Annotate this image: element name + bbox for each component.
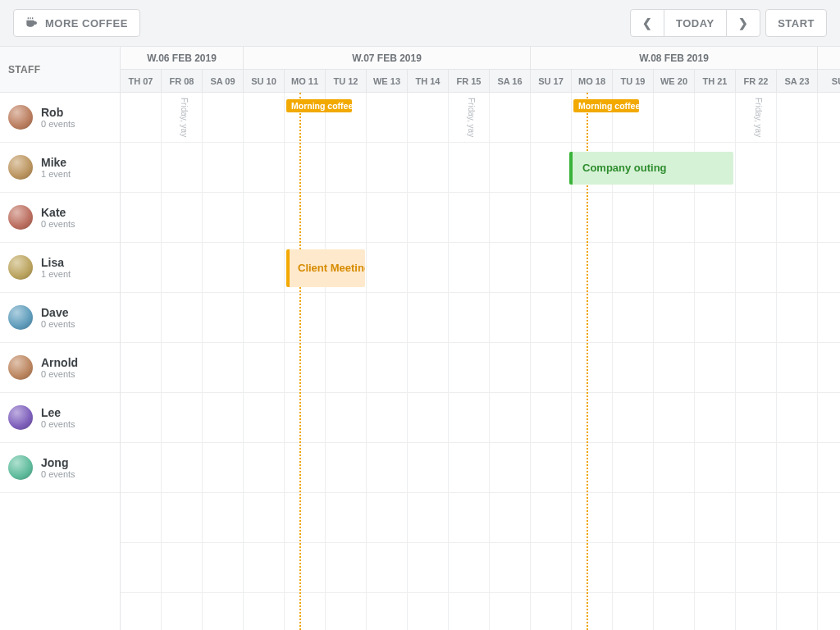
day-header-cell[interactable]: FR 08 — [162, 70, 203, 92]
grid-cell[interactable] — [572, 243, 613, 293]
day-header-cell[interactable]: MO 11 — [285, 70, 326, 92]
grid-cell[interactable] — [408, 193, 449, 243]
grid-cell[interactable] — [572, 443, 613, 493]
grid-cell[interactable] — [244, 393, 285, 443]
grid-cell[interactable] — [777, 393, 818, 443]
grid-cell[interactable] — [654, 343, 695, 393]
grid-cell[interactable] — [121, 593, 162, 630]
grid-cell[interactable] — [121, 93, 162, 143]
grid-cell[interactable] — [490, 593, 531, 630]
grid-cell[interactable] — [695, 93, 736, 143]
grid-cell[interactable] — [531, 393, 572, 443]
grid-cell[interactable] — [203, 393, 244, 443]
grid-cell[interactable] — [613, 393, 654, 443]
grid-cell[interactable] — [449, 393, 490, 443]
grid-cell[interactable] — [244, 543, 285, 593]
grid-cell[interactable] — [408, 443, 449, 493]
event[interactable]: Client Meeting — [286, 249, 365, 287]
grid-cell[interactable] — [695, 193, 736, 243]
grid-cell[interactable] — [695, 493, 736, 543]
grid-cell[interactable] — [490, 93, 531, 143]
grid-cell[interactable] — [203, 193, 244, 243]
grid-cell[interactable] — [449, 143, 490, 193]
grid-cell[interactable] — [531, 193, 572, 243]
grid-cell[interactable] — [162, 393, 203, 443]
grid-cell[interactable] — [736, 443, 777, 493]
grid-cell[interactable] — [490, 193, 531, 243]
grid-cell[interactable] — [654, 543, 695, 593]
day-header-cell[interactable]: SU 17 — [531, 70, 572, 92]
grid-cell[interactable] — [695, 543, 736, 593]
grid-cell[interactable] — [367, 393, 408, 443]
grid-cell[interactable] — [490, 543, 531, 593]
timeline-grid[interactable]: Friday, yayFriday, yayFriday, yay Mornin… — [121, 93, 840, 630]
grid-cell[interactable] — [285, 593, 326, 630]
staff-row[interactable]: Lisa1 event — [0, 243, 120, 293]
grid-cell[interactable] — [244, 193, 285, 243]
grid-cell[interactable] — [736, 543, 777, 593]
day-header-cell[interactable]: TH 14 — [408, 70, 449, 92]
grid-cell[interactable] — [408, 293, 449, 343]
grid-cell[interactable] — [777, 443, 818, 493]
grid-cell[interactable] — [408, 143, 449, 193]
grid-cell[interactable] — [572, 493, 613, 543]
grid-cell[interactable] — [613, 493, 654, 543]
grid-cell[interactable] — [449, 343, 490, 393]
grid-cell[interactable] — [162, 593, 203, 630]
grid-cell[interactable] — [121, 343, 162, 393]
day-header-cell[interactable]: SU — [818, 70, 840, 92]
grid-cell[interactable] — [531, 343, 572, 393]
grid-cell[interactable] — [449, 293, 490, 343]
grid-cell[interactable] — [654, 93, 695, 143]
grid-cell[interactable] — [818, 293, 840, 343]
grid-cell[interactable] — [367, 243, 408, 293]
start-button[interactable]: START — [765, 9, 827, 37]
grid-cell[interactable] — [367, 543, 408, 593]
grid-cell[interactable] — [203, 143, 244, 193]
grid-cell[interactable] — [408, 243, 449, 293]
grid-cell[interactable] — [326, 543, 367, 593]
grid-cell[interactable] — [367, 443, 408, 493]
day-header-cell[interactable]: TH 21 — [695, 70, 736, 92]
grid-cell[interactable] — [695, 243, 736, 293]
grid-cell[interactable] — [654, 193, 695, 243]
grid-cell[interactable] — [613, 293, 654, 343]
day-header-cell[interactable]: MO 18 — [572, 70, 613, 92]
grid-cell[interactable] — [490, 493, 531, 543]
today-button[interactable]: TODAY — [664, 9, 727, 37]
grid-cell[interactable] — [818, 593, 840, 630]
grid-cell[interactable] — [490, 243, 531, 293]
grid-cell[interactable] — [654, 493, 695, 543]
grid-cell[interactable] — [572, 193, 613, 243]
day-header-cell[interactable]: SA 16 — [490, 70, 531, 92]
staff-row[interactable]: Arnold0 events — [0, 343, 120, 393]
grid-cell[interactable] — [572, 343, 613, 393]
grid-cell[interactable] — [531, 143, 572, 193]
grid-cell[interactable] — [531, 243, 572, 293]
grid-cell[interactable] — [449, 593, 490, 630]
grid-cell[interactable] — [121, 293, 162, 343]
day-header-cell[interactable]: SA 23 — [777, 70, 818, 92]
grid-cell[interactable] — [613, 243, 654, 293]
day-header-cell[interactable]: TU 12 — [326, 70, 367, 92]
grid-cell[interactable] — [695, 593, 736, 630]
grid-cell[interactable] — [408, 543, 449, 593]
grid-cell[interactable] — [818, 193, 840, 243]
grid-cell[interactable] — [367, 343, 408, 393]
grid-cell[interactable] — [326, 293, 367, 343]
grid-cell[interactable] — [449, 243, 490, 293]
prev-button[interactable]: ❮ — [630, 9, 665, 37]
staff-row[interactable]: Kate0 events — [0, 193, 120, 243]
grid-cell[interactable] — [490, 393, 531, 443]
grid-cell[interactable] — [449, 493, 490, 543]
grid-cell[interactable] — [121, 393, 162, 443]
grid-cell[interactable] — [244, 343, 285, 393]
grid-cell[interactable] — [449, 93, 490, 143]
day-header-cell[interactable]: WE 20 — [654, 70, 695, 92]
grid-cell[interactable] — [818, 443, 840, 493]
grid-cell[interactable] — [654, 393, 695, 443]
grid-cell[interactable] — [531, 543, 572, 593]
grid-cell[interactable] — [695, 343, 736, 393]
grid-cell[interactable] — [326, 143, 367, 193]
grid-cell[interactable] — [531, 493, 572, 543]
